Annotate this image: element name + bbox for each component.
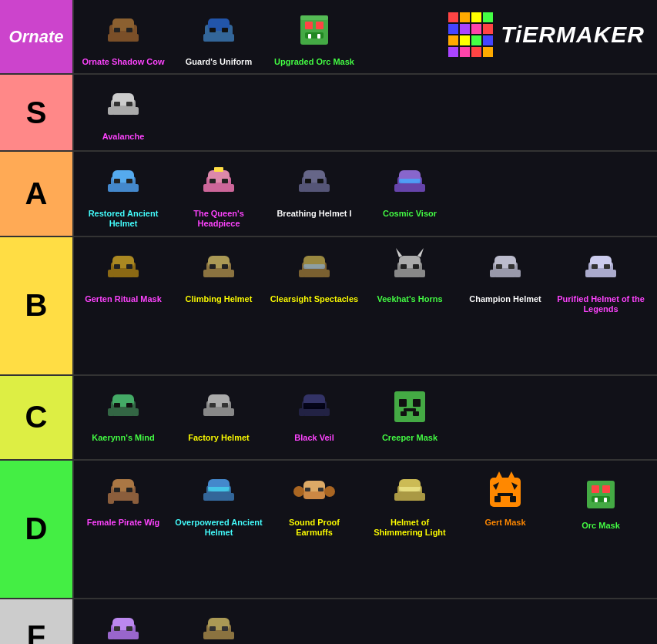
svg-rect-54 [126, 264, 132, 269]
ornate-tier-items: Ornate Shadow Cow Guard's Uniform [74, 0, 657, 73]
svg-rect-14 [316, 22, 323, 29]
item-icon [99, 382, 148, 431]
svg-rect-137 [494, 496, 501, 502]
list-item: Creeper Mask [364, 379, 456, 446]
svg-rect-82 [585, 270, 592, 277]
item-name: Upgraded Orc Mask [274, 57, 354, 67]
list-item: Ornate Shadow Cow [77, 3, 169, 70]
a-tier-label: A [0, 152, 74, 235]
svg-rect-24 [126, 102, 132, 106]
c-tier-items: Kaerynn's Mind Factory Helmet [74, 376, 657, 459]
svg-rect-125 [318, 488, 323, 491]
item-icon [290, 243, 339, 293]
item-name: Creeper Mask [382, 433, 437, 443]
svg-rect-156 [222, 626, 228, 631]
svg-rect-17 [317, 34, 320, 39]
item-name: Gert Mask [484, 518, 525, 528]
tiermaker-logo: TiERMAKER [439, 3, 654, 66]
svg-rect-91 [126, 403, 132, 408]
item-icon [576, 470, 625, 519]
item-name: Kaerynn's Mind [92, 433, 154, 443]
list-item: Cosmic Visor [364, 155, 456, 222]
svg-rect-100 [299, 408, 305, 416]
item-name: Female Pirate Wig [87, 518, 160, 528]
list-item: Breathing Helmet I [268, 155, 360, 222]
svg-rect-8 [203, 34, 210, 42]
item-name: Black Veil [294, 433, 334, 443]
list-item: The Queen's Headpiece [173, 155, 265, 232]
ornate-tier-label: Ornate [0, 0, 74, 73]
item-name: Climbing Helmet [186, 294, 253, 304]
item-icon [481, 243, 530, 293]
svg-rect-101 [323, 408, 330, 416]
list-item: Restored Ancient Helmet [77, 155, 169, 232]
svg-rect-147 [108, 632, 114, 639]
item-name: Sound Proof Earmuffs [270, 518, 359, 538]
svg-rect-30 [126, 179, 132, 183]
svg-rect-52 [132, 270, 139, 277]
svg-rect-15 [305, 32, 323, 39]
item-icon [194, 243, 243, 293]
item-name: Gerten Ritual Mask [85, 294, 162, 304]
list-item: Gerten Ritual Mask [77, 240, 169, 307]
svg-rect-108 [413, 411, 419, 416]
svg-rect-117 [203, 493, 210, 501]
svg-rect-104 [399, 399, 407, 407]
svg-rect-128 [394, 493, 401, 501]
item-icon [385, 158, 434, 207]
item-icon [99, 158, 148, 207]
item-name: Guard's Uniform [186, 57, 252, 67]
b-tier-items: Gerten Ritual Mask Climbing Helmet [74, 237, 657, 374]
svg-rect-29 [114, 179, 120, 183]
svg-rect-2 [108, 34, 114, 42]
item-name: Orc Mask [582, 521, 620, 531]
item-icon [481, 467, 530, 516]
f-tier-label: F [0, 599, 74, 644]
list-item: Female Pirate Wig [77, 464, 169, 531]
svg-rect-102 [303, 403, 325, 409]
svg-rect-150 [126, 626, 132, 631]
svg-rect-41 [323, 184, 330, 192]
svg-rect-88 [108, 408, 114, 416]
svg-rect-136 [498, 493, 513, 496]
svg-rect-138 [510, 496, 516, 502]
svg-rect-143 [595, 498, 598, 502]
svg-rect-130 [399, 487, 421, 491]
list-item: Gert Mask [459, 464, 551, 531]
svg-rect-85 [604, 264, 610, 269]
item-name: Purified Helmet of the Legends [556, 294, 645, 314]
svg-rect-12 [300, 17, 328, 45]
list-item: Sound Proof Earmuffs [268, 464, 360, 541]
svg-rect-131 [490, 478, 521, 507]
svg-rect-95 [228, 408, 234, 416]
svg-rect-148 [132, 632, 139, 639]
svg-rect-89 [132, 408, 139, 416]
item-icon [194, 158, 243, 207]
list-item: Black Veil [268, 379, 360, 446]
item-name: Overpowered Ancient Helmet [174, 518, 263, 538]
svg-rect-155 [210, 626, 216, 631]
list-item: Clearsight Spectacles [268, 240, 360, 307]
svg-rect-21 [108, 107, 114, 115]
item-icon [99, 81, 148, 130]
list-item: Upgraded Orc Mask [268, 3, 360, 70]
item-name: Restored Ancient Helmet [79, 209, 168, 229]
svg-rect-97 [222, 403, 228, 408]
svg-rect-106 [404, 408, 416, 411]
svg-rect-79 [508, 264, 515, 269]
svg-rect-28 [132, 184, 139, 192]
svg-rect-16 [308, 34, 311, 39]
item-icon [290, 158, 339, 207]
svg-rect-11 [222, 28, 228, 32]
svg-rect-37 [214, 167, 223, 172]
logo-grid [448, 12, 493, 57]
d-tier-items: Female Pirate Wig Overpowered Ancient He… [74, 461, 657, 598]
item-icon [194, 605, 243, 644]
list-item: Veekhat's Horns [364, 240, 456, 307]
item-name: Cosmic Visor [383, 209, 437, 219]
list-item: Dull Ancient Helmet [173, 602, 265, 644]
svg-rect-60 [222, 264, 228, 269]
a-tier-items: Restored Ancient Helmet The Queen's Head [74, 152, 657, 235]
list-item: Helmet of Legends [77, 602, 169, 644]
svg-rect-64 [323, 270, 330, 277]
